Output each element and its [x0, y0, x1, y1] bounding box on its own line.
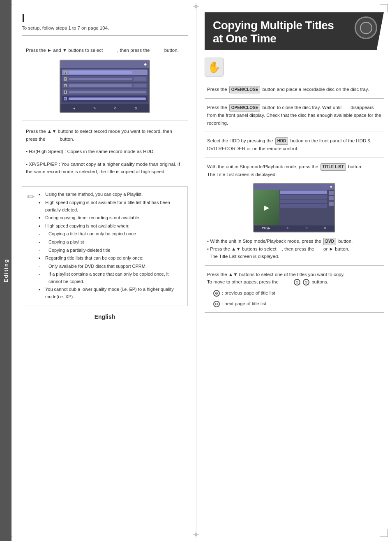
- bottom-language: English: [22, 310, 188, 326]
- right-step-5-prev: ⊙ : previous page of title list: [205, 288, 384, 298]
- left-step-1: Press the ► and ▼ buttons to select , th…: [22, 40, 188, 121]
- right-step-2-text: Press the OPEN/CLOSE button to close the…: [205, 102, 384, 128]
- right-step-2: Press the OPEN/CLOSE button to close the…: [205, 99, 384, 132]
- button-indicator: OPEN/CLOSE: [229, 104, 261, 111]
- note-item: Regarding title lists that can be copied…: [39, 255, 182, 262]
- right-step-4-text: With the unit in Stop mode/Playback mode…: [205, 161, 384, 180]
- notes-section: ✏ Using the same method, you can copy a …: [22, 186, 188, 306]
- sidebar: Editing: [0, 0, 12, 541]
- note-item: Using the same method, you can copy a Pl…: [39, 191, 182, 198]
- page-title: Copying Multiple Titles at One Time: [213, 19, 376, 45]
- button-indicator: HDD: [275, 137, 288, 145]
- note-item-sub: Copying a title that can only be copied …: [39, 230, 182, 238]
- left-step-1-text: Press the ► and ▼ buttons to select , th…: [22, 44, 188, 56]
- note-item: During copying, timer recording is not a…: [39, 214, 182, 222]
- screen-mockup-right: ◆ ▶: [253, 183, 335, 232]
- left-step-2-hs: • HS(High Speed) : Copies in the same re…: [22, 145, 188, 158]
- section-intro: To setup, follow steps 1 to 7 on page 10…: [22, 26, 188, 30]
- note-item-sub: Only available for DVD discs that suppor…: [39, 263, 182, 270]
- right-step-3-text: Select the HDD by pressing the HDD butto…: [205, 135, 384, 154]
- note-item-sub: Copying a playlist: [39, 239, 182, 246]
- section-letter: I: [22, 12, 188, 24]
- button-indicator: TITLE LIST: [321, 163, 346, 171]
- page-container: Editing I To setup, follow steps 1 to 7 …: [0, 0, 392, 541]
- right-step-5-text: Press the ▲▼ buttons to select one of th…: [205, 269, 384, 288]
- button-indicator: DVD: [323, 238, 336, 245]
- left-step-2-xp: • XP/SP/LP/EP : You cannot copy at a hig…: [22, 158, 188, 178]
- hand-icon-area: ✋: [205, 58, 384, 77]
- right-step-1-text: Press the OPEN/CLOSE button and place a …: [205, 84, 384, 95]
- right-column: Copying Multiple Titles at One Time ✋ Pr…: [196, 8, 392, 533]
- note-item: High speed copying is not available when…: [39, 223, 182, 230]
- left-column: I To setup, follow steps 1 to 7 on page …: [12, 8, 196, 533]
- main-content: I To setup, follow steps 1 to 7 on page …: [12, 0, 392, 541]
- note-item: You cannot dub a lower quality mode (i.e…: [39, 286, 182, 300]
- right-step-4b-text: • With the unit in Stop mode/Playback mo…: [205, 236, 384, 262]
- right-step-1: Press the OPEN/CLOSE button and place a …: [205, 81, 384, 99]
- right-step-4: With the unit in Stop mode/Playback mode…: [205, 158, 384, 266]
- left-step-2-text: Press the ▲▼ buttons to select record mo…: [22, 125, 188, 145]
- screen-mockup-left: ◆ 1 2: [60, 60, 150, 113]
- divider-1: [22, 35, 188, 36]
- right-step-3: Select the HDD by pressing the HDD butto…: [205, 132, 384, 158]
- left-step-2: Press the ▲▼ buttons to select record mo…: [22, 121, 188, 182]
- button-indicator: OPEN/CLOSE: [229, 86, 261, 93]
- right-step-5: Press the ▲▼ buttons to select one of th…: [205, 266, 384, 313]
- right-step-5-next: ⊙ : next page of title list: [205, 298, 384, 309]
- page-title-box: Copying Multiple Titles at One Time: [205, 12, 384, 50]
- sidebar-label: Editing: [3, 258, 9, 282]
- note-item: High speed copying is not available for …: [39, 199, 182, 214]
- note-item-sub: If a playlist contains a scene that can …: [39, 271, 182, 285]
- notes-list: Using the same method, you can copy a Pl…: [39, 191, 182, 301]
- note-item-sub: Copying a partially-deleted title: [39, 247, 182, 254]
